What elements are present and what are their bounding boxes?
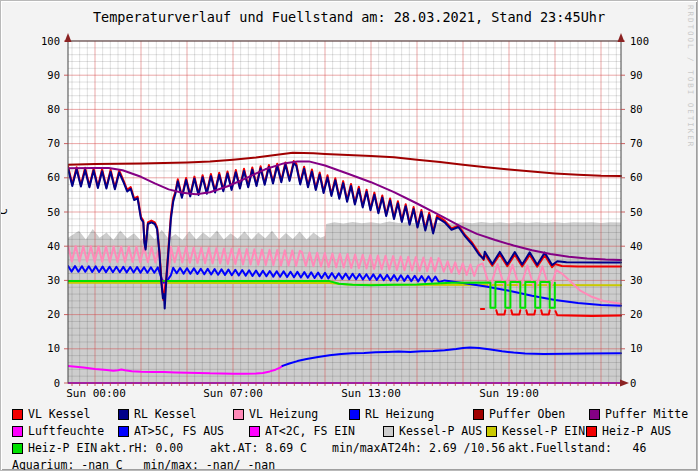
legend-item: AT<2C, FS EIN: [249, 424, 383, 438]
y-tick-label-right: 90: [630, 69, 643, 81]
x-tick-label: Sun 19:00: [479, 387, 539, 400]
rrdtool-watermark: RRDTOOL / TOBI OETIKER: [686, 5, 695, 148]
y-tick-label-right: 50: [630, 206, 643, 218]
y-tick-label-right: 20: [630, 308, 643, 320]
chart-legend: VL KesselRL KesselVL HeizungRL HeizungPu…: [12, 407, 693, 471]
legend-color-swatch: [486, 426, 497, 437]
legend-item: Puffer Oben: [473, 407, 589, 421]
legend-item: VL Heizung: [233, 407, 349, 421]
y-tick-label-right: 80: [630, 103, 643, 115]
legend-color-swatch: [12, 443, 23, 454]
legend-label: Heiz-P EIN: [28, 441, 97, 455]
legend-label: RL Kessel: [134, 407, 196, 421]
y-tick-label-right: 100: [630, 35, 649, 47]
legend-color-swatch: [233, 409, 244, 420]
y-tick-label-left: 90: [47, 69, 60, 81]
legend-color-swatch: [349, 409, 360, 420]
y-tick-label-right: 10: [630, 342, 643, 354]
legend-item: RL Heizung: [349, 407, 473, 421]
legend-label: Puffer Mitte: [605, 407, 688, 421]
legend-label: min/maxAT24h: 2.69 /10.56: [332, 441, 505, 455]
legend-label: Aquarium: -nan C min/max: -nan/ -nan: [12, 458, 275, 471]
legend-label: akt.Fuellstand: 46: [508, 441, 646, 455]
legend-item: Kessel-P EIN: [486, 424, 586, 438]
legend-color-swatch: [383, 426, 394, 437]
legend-row: Heiz-P EINakt.rH: 0.00akt.AT: 8.69 Cmin/…: [12, 441, 693, 458]
y-tick-label-right: 30: [630, 274, 643, 286]
legend-label: akt.rH: 0.00: [100, 441, 183, 455]
y-tick-label-right: 70: [630, 137, 643, 149]
legend-item: Heiz-P AUS: [586, 424, 671, 438]
legend-label: Kessel-P EIN: [502, 424, 585, 438]
legend-label: Puffer Oben: [489, 407, 565, 421]
legend-color-swatch: [473, 409, 484, 420]
y-tick-label-right: 60: [630, 171, 643, 183]
legend-color-swatch: [118, 409, 129, 420]
y-tick-label-left: 30: [47, 274, 60, 286]
x-tick-label: Sun 07:00: [203, 387, 263, 400]
legend-item: akt.AT: 8.69 C: [210, 441, 332, 455]
x-tick-label: Sun 13:00: [341, 387, 401, 400]
legend-label: RL Heizung: [365, 407, 434, 421]
temperature-chart: 0010102020303040405050606070708080909010…: [1, 1, 698, 471]
rrdtool-graph: Temperaturverlauf und Fuellstand am: 28.…: [0, 0, 698, 471]
y-tick-label-left: 70: [47, 137, 60, 149]
legend-label: Kessel-P AUS: [399, 424, 482, 438]
legend-label: AT<2C, FS EIN: [265, 424, 355, 438]
legend-color-swatch: [12, 426, 23, 437]
y-tick-label-left: 100: [41, 35, 60, 47]
y-tick-label-right: 40: [630, 240, 643, 252]
y-tick-label-left: 80: [47, 103, 60, 115]
legend-color-swatch: [118, 426, 129, 437]
legend-item: Luftfeuchte: [12, 424, 118, 438]
legend-color-swatch: [586, 426, 597, 437]
y-tick-label-left: 10: [47, 342, 60, 354]
x-axis-arrow-icon: [620, 380, 629, 387]
legend-item: min/maxAT24h: 2.69 /10.56: [332, 441, 508, 455]
legend-label: akt.AT: 8.69 C: [210, 441, 307, 455]
legend-item: akt.rH: 0.00: [100, 441, 210, 455]
legend-label: Heiz-P AUS: [602, 424, 671, 438]
legend-color-swatch: [589, 409, 600, 420]
y-tick-label-left: 0: [54, 377, 60, 389]
y-axis-arrow-left-icon: [65, 33, 72, 42]
legend-item: akt.Fuellstand: 46: [508, 441, 646, 455]
legend-row: VL KesselRL KesselVL HeizungRL HeizungPu…: [12, 407, 693, 424]
legend-label: VL Heizung: [249, 407, 318, 421]
legend-label: AT>5C, FS AUS: [134, 424, 224, 438]
legend-item: Puffer Mitte: [589, 407, 688, 421]
legend-item: Heiz-P EIN: [12, 441, 100, 455]
legend-item: Kessel-P AUS: [383, 424, 486, 438]
legend-item: AT>5C, FS AUS: [118, 424, 249, 438]
legend-label: Luftfeuchte: [28, 424, 104, 438]
legend-row: LuftfeuchteAT>5C, FS AUSAT<2C, FS EINKes…: [12, 424, 693, 441]
legend-label: VL Kessel: [28, 407, 90, 421]
legend-item: Aquarium: -nan C min/max: -nan/ -nan: [12, 458, 275, 471]
y-axis-arrow-right-icon: [618, 33, 625, 42]
legend-item: RL Kessel: [118, 407, 233, 421]
y-tick-label-right: 0: [630, 377, 636, 389]
legend-color-swatch: [12, 409, 23, 420]
y-tick-label-left: 20: [47, 308, 60, 320]
legend-row: Aquarium: -nan C min/max: -nan/ -nan: [12, 458, 693, 471]
y-tick-label-left: 50: [47, 206, 60, 218]
y-tick-label-left: 60: [47, 171, 60, 183]
legend-item: VL Kessel: [12, 407, 118, 421]
x-tick-label: Sun 00:00: [66, 387, 126, 400]
y-tick-label-left: 40: [47, 240, 60, 252]
legend-color-swatch: [249, 426, 260, 437]
